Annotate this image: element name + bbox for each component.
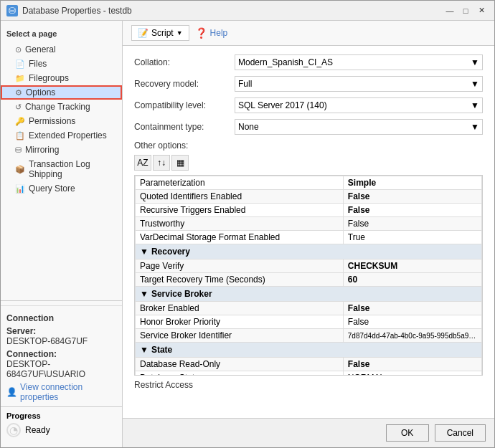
script-label: Script — [151, 28, 174, 38]
sort-az-button[interactable]: AZ — [134, 155, 151, 171]
table-row[interactable]: Trustworthy False — [136, 217, 482, 231]
table-row[interactable]: Quoted Identifiers Enabled False — [136, 190, 482, 204]
compatibility-value: SQL Server 2017 (140) — [238, 100, 327, 110]
files-icon: 📄 — [15, 59, 25, 69]
table-row[interactable]: Service Broker Identifier 7d87d4dd-47ab-… — [136, 329, 482, 343]
compatibility-dropdown-wrapper: SQL Server 2017 (140) ▼ — [235, 97, 483, 113]
collation-label: Collation: — [134, 57, 235, 67]
connection-section: Connection Server: DESKTOP-684G7UF Conne… — [1, 305, 122, 406]
section-service-broker-label: ▼Service Broker — [136, 287, 482, 302]
row-value-recovery-time: 60 — [343, 273, 481, 287]
help-icon: ❓ — [195, 27, 207, 39]
table-row[interactable]: Page Verify CHECKSUM — [136, 259, 482, 273]
sidebar-item-extended-properties[interactable]: 📋 Extended Properties — [1, 128, 122, 143]
window-title: Database Properties - testdb — [22, 6, 132, 16]
restrict-access-info-label: Restrict Access — [134, 380, 193, 390]
row-name-parameterization: Parameterization — [136, 176, 344, 190]
table-row[interactable]: VarDecimal Storage Format Enabled True — [136, 231, 482, 244]
main-panel: 📝 Script ▼ ❓ Help Collation: Modern_Span… — [123, 21, 494, 447]
recovery-model-value: Full — [238, 79, 252, 89]
grid-button[interactable]: ▦ — [171, 155, 189, 171]
row-value-parameterization: Simple — [343, 176, 481, 190]
compatibility-level-row: Compatibility level: SQL Server 2017 (14… — [134, 97, 483, 113]
spinner-icon: ◔ — [6, 423, 21, 437]
section-toggle-state: ▼ — [140, 345, 148, 355]
containment-dropdown[interactable]: None ▼ — [235, 119, 483, 135]
restrict-access-info: Restrict Access — [134, 376, 483, 391]
compatibility-dropdown[interactable]: SQL Server 2017 (140) ▼ — [235, 97, 483, 113]
table-row[interactable]: Database Read-Only False — [136, 358, 482, 371]
row-name-db-state: Database State — [136, 371, 344, 376]
server-label: Server: — [6, 326, 36, 336]
sort-arrow-button[interactable]: ↑↓ — [153, 155, 170, 171]
sidebar-item-query-store[interactable]: 📊 Query Store — [1, 181, 122, 196]
row-value-read-only: False — [343, 358, 481, 371]
table-row[interactable]: Broker Enabled False — [136, 302, 482, 315]
connection-value: DESKTOP-684G7UF\USUARIO — [6, 359, 85, 379]
connection-title: Connection — [6, 313, 116, 323]
options-icon: ⚙ — [15, 88, 22, 97]
row-value-broker-enabled: False — [343, 302, 481, 315]
sidebar: Select a page ⊙ General 📄 Files 📁 Filegr… — [1, 21, 123, 447]
options-toolbar: AZ ↑↓ ▦ — [134, 155, 483, 171]
script-icon: 📝 — [138, 28, 148, 38]
title-controls: — □ ✕ — [443, 4, 489, 18]
main-content: Select a page ⊙ General 📄 Files 📁 Filegr… — [1, 21, 494, 447]
row-value-recursive-triggers: False — [343, 204, 481, 217]
recovery-arrow: ▼ — [471, 79, 479, 89]
sidebar-item-options-label: Options — [26, 87, 55, 97]
recovery-model-row: Recovery model: Full ▼ — [134, 76, 483, 92]
progress-indicator: ◔ Ready — [6, 423, 116, 437]
row-name-page-verify: Page Verify — [136, 259, 344, 273]
maximize-button[interactable]: □ — [458, 4, 473, 18]
row-value-honor-broker: False — [343, 315, 481, 329]
compatibility-label: Compatibility level: — [134, 100, 235, 110]
sidebar-item-filegroups[interactable]: 📁 Filegroups — [1, 71, 122, 85]
row-name-quoted-identifiers: Quoted Identifiers Enabled — [136, 190, 344, 204]
collation-arrow: ▼ — [471, 57, 479, 67]
sidebar-item-change-tracking[interactable]: ↺ Change Tracking — [1, 100, 122, 114]
view-connection-properties-link[interactable]: 👤 View connection properties — [6, 382, 116, 402]
section-header-recovery: ▼Recovery — [136, 244, 482, 259]
help-button[interactable]: ❓ Help — [195, 27, 228, 39]
sidebar-item-query-store-label: Query Store — [29, 184, 75, 194]
sort-az-icon: AZ — [137, 158, 148, 168]
sidebar-item-options[interactable]: ⚙ Options — [1, 85, 122, 100]
compatibility-arrow: ▼ — [471, 100, 479, 110]
sidebar-item-general[interactable]: ⊙ General — [1, 42, 122, 57]
script-button[interactable]: 📝 Script ▼ — [131, 25, 189, 41]
window-icon: ⛁ — [6, 5, 18, 16]
row-name-honor-broker: Honor Broker Priority — [136, 315, 344, 329]
sidebar-item-mirroring[interactable]: ⛁ Mirroring — [1, 143, 122, 157]
cancel-button[interactable]: Cancel — [435, 424, 486, 442]
containment-dropdown-wrapper: None ▼ — [235, 119, 483, 135]
row-name-broker-identifier: Service Broker Identifier — [136, 329, 344, 343]
collation-value: Modern_Spanish_CI_AS — [238, 57, 333, 67]
table-row[interactable]: Parameterization Simple — [136, 176, 482, 190]
table-row[interactable]: Honor Broker Priority False — [136, 315, 482, 329]
filegroups-icon: 📁 — [15, 74, 25, 83]
table-row[interactable]: Database State NORMAL — [136, 371, 482, 376]
minimize-button[interactable]: — — [443, 4, 457, 18]
table-row[interactable]: Target Recovery Time (Seconds) 60 — [136, 273, 482, 287]
form-area: Collation: Modern_Spanish_CI_AS ▼ Recove… — [123, 46, 494, 418]
sidebar-item-general-label: General — [25, 44, 56, 54]
ok-button[interactable]: OK — [386, 424, 429, 442]
extended-properties-icon: 📋 — [15, 131, 25, 140]
section-state-label: ▼State — [136, 343, 482, 358]
table-row[interactable]: Recursive Triggers Enabled False — [136, 204, 482, 217]
sidebar-item-files[interactable]: 📄 Files — [1, 57, 122, 71]
server-value: DESKTOP-684G7UF — [6, 336, 88, 346]
progress-title: Progress — [6, 411, 116, 420]
sidebar-item-filegroups-label: Filegroups — [29, 73, 69, 83]
help-label: Help — [210, 28, 228, 38]
recovery-model-label: Recovery model: — [134, 79, 235, 89]
row-name-vardecimal: VarDecimal Storage Format Enabled — [136, 231, 344, 244]
recovery-model-dropdown[interactable]: Full ▼ — [235, 76, 483, 92]
sidebar-item-transaction-log-shipping[interactable]: 📦 Transaction Log Shipping — [1, 157, 122, 181]
sidebar-item-files-label: Files — [29, 59, 47, 69]
row-name-recovery-time: Target Recovery Time (Seconds) — [136, 273, 344, 287]
sidebar-item-permissions[interactable]: 🔑 Permissions — [1, 114, 122, 128]
close-button[interactable]: ✕ — [474, 4, 489, 18]
collation-dropdown[interactable]: Modern_Spanish_CI_AS ▼ — [235, 54, 483, 70]
